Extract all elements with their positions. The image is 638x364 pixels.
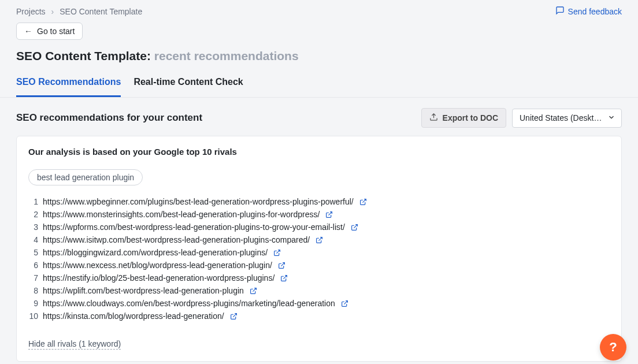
rivals-card: Our analysis is based on your Google top… [16,136,622,362]
rival-number: 5 [29,248,38,257]
rival-number: 9 [29,299,38,308]
send-feedback-label: Send feedback [568,7,622,16]
rivals-list: 1https://www.wpbeginner.com/plugins/best… [28,197,610,321]
external-link-icon[interactable] [273,249,281,257]
rival-url[interactable]: https://bloggingwizard.com/wordpress-lea… [43,248,268,257]
svg-line-8 [253,288,256,291]
rival-url[interactable]: https://wpforms.com/best-wordpress-lead-… [43,222,345,232]
rival-number: 3 [29,222,38,232]
rival-row: 2https://www.monsterinsights.com/best-le… [29,210,610,219]
rivals-card-title: Our analysis is based on your Google top… [28,147,610,157]
rival-row: 9https://www.cloudways.com/en/best-wordp… [29,299,610,308]
svg-line-1 [362,199,366,202]
rival-url[interactable]: https://www.nexcess.net/blog/wordpress-l… [43,261,272,270]
rival-row: 7https://nestify.io/blog/25-best-lead-ge… [29,273,610,283]
external-link-icon[interactable] [250,287,257,295]
rival-url[interactable]: https://wplift.com/best-wordpress-lead-g… [43,286,244,295]
rival-number: 2 [29,210,38,219]
svg-line-9 [344,300,347,304]
rival-row: 5https://bloggingwizard.com/wordpress-le… [29,248,610,257]
send-feedback-link[interactable]: Send feedback [555,6,622,17]
rival-row: 10https://kinsta.com/blog/wordpress-lead… [29,311,610,321]
external-link-icon[interactable] [341,300,348,307]
external-link-icon[interactable] [325,211,333,218]
breadcrumb: Projects › SEO Content Template [16,7,142,16]
upload-icon [429,113,438,123]
external-link-icon[interactable] [359,198,367,206]
rival-number: 1 [29,197,38,206]
chevron-right-icon: › [51,7,54,16]
rival-url[interactable]: https://kinsta.com/blog/wordpress-lead-g… [43,311,224,321]
rival-number: 8 [29,286,38,295]
rival-number: 7 [29,273,38,283]
svg-line-6 [281,262,284,266]
external-link-icon[interactable] [351,224,358,231]
breadcrumb-current: SEO Content Template [60,7,142,16]
tab-realtime-content-check[interactable]: Real-time Content Check [133,77,243,97]
chevron-down-icon [607,113,615,123]
go-to-start-label: Go to start [37,27,75,36]
region-select[interactable]: United States (Deskt… [512,109,622,128]
export-to-doc-button[interactable]: Export to DOC [421,108,506,128]
rival-row: 1https://www.wpbeginner.com/plugins/best… [29,197,610,206]
rival-url[interactable]: https://www.cloudways.com/en/best-wordpr… [43,299,335,308]
svg-line-4 [319,237,322,240]
external-link-icon[interactable] [280,274,288,282]
rival-url[interactable]: https://www.monsterinsights.com/best-lea… [43,210,320,219]
hide-all-rivals-link[interactable]: Hide all rivals (1 keyword) [28,339,121,350]
rival-row: 6https://www.nexcess.net/blog/wordpress-… [29,261,610,270]
help-fab[interactable]: ? [600,334,626,361]
arrow-left-icon: ← [24,27,32,35]
page-title-main: SEO Content Template: [16,49,151,62]
breadcrumb-root[interactable]: Projects [16,7,46,16]
rival-row: 3https://wpforms.com/best-wordpress-lead… [29,222,610,232]
svg-line-10 [233,313,236,317]
rival-number: 6 [29,261,38,270]
external-link-icon[interactable] [278,262,285,269]
svg-line-7 [284,275,287,278]
rival-row: 4https://www.isitwp.com/best-wordpress-l… [29,235,610,244]
svg-line-3 [354,224,357,228]
keyword-pill[interactable]: best lead generation plugin [28,169,143,185]
rival-row: 8https://wplift.com/best-wordpress-lead-… [29,286,610,295]
page-title-sub: recent recommendations [154,49,299,62]
external-link-icon[interactable] [316,236,323,244]
svg-line-5 [277,250,280,253]
go-to-start-button[interactable]: ← Go to start [16,23,83,40]
tabs: SEO Recommendations Real-time Content Ch… [0,77,638,98]
rival-url[interactable]: https://www.wpbeginner.com/plugins/best-… [43,197,354,206]
rival-url[interactable]: https://nestify.io/blog/25-best-lead-gen… [43,273,275,283]
rival-number: 4 [29,235,38,244]
tab-seo-recommendations[interactable]: SEO Recommendations [16,77,121,97]
region-label: United States (Deskt… [520,113,602,122]
svg-line-2 [329,211,332,215]
section-heading: SEO recommendations for your content [16,112,202,124]
rival-number: 10 [29,311,38,321]
chat-icon [555,6,565,17]
page-title: SEO Content Template: recent recommendat… [16,49,622,63]
rival-url[interactable]: https://www.isitwp.com/best-wordpress-le… [43,235,310,244]
export-label: Export to DOC [443,113,498,122]
external-link-icon[interactable] [230,313,238,320]
